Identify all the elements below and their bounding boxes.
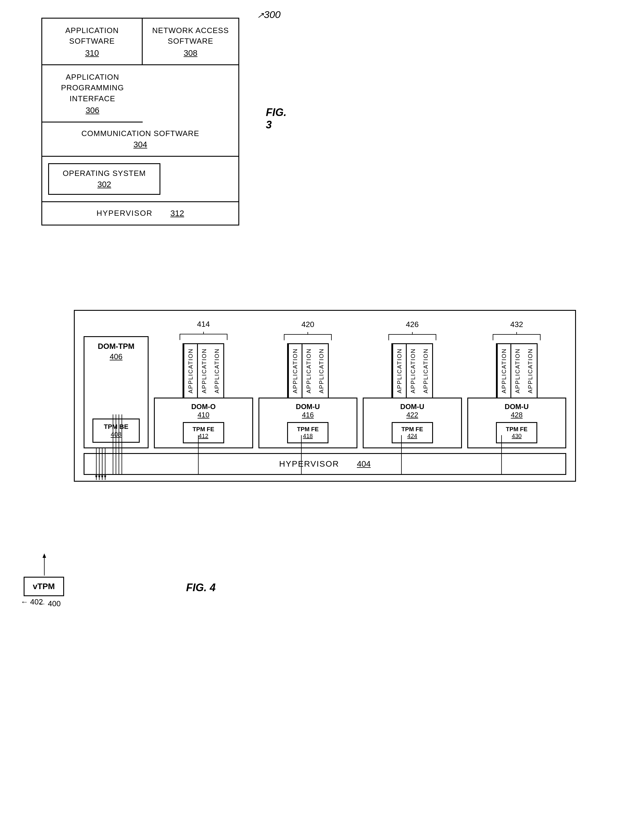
- fig4-ref-number: 400: [48, 599, 60, 608]
- vtpm-text: vTPM: [33, 582, 55, 591]
- dom-u1-tpm-fe-number: 418: [292, 433, 324, 440]
- dom-o-number: 410: [198, 411, 209, 419]
- fig4-section: DOM-TPM 406 TPM BE 408: [15, 310, 600, 482]
- tpm-be-box: TPM BE 408: [92, 418, 140, 443]
- dom-o-apps: APPLICATION APPLICATION APPLICATION: [182, 343, 224, 398]
- svg-marker-12: [95, 476, 98, 478]
- dom-u3-wrapper: 432 APPLICATION APPLICATION APPLICATION …: [467, 320, 567, 448]
- dom-o-wrapper: 414 APPLICATION APPLICATION APPLICATION: [154, 320, 253, 448]
- dom-u1-wrapper: 420 APPLICATION APPLICATION APPLICATION …: [259, 320, 358, 448]
- fig3-comm-title: COMMUNICATION SOFTWARE: [48, 129, 232, 138]
- hypervisor-label: HYPERVISOR: [279, 459, 339, 469]
- dom-u2-brace: [363, 332, 462, 342]
- fig3-label: FIG. 3: [266, 106, 286, 131]
- dom-u3-col-number: 432: [510, 320, 523, 329]
- fig3-comm-row: COMMUNICATION SOFTWARE 304: [42, 123, 238, 157]
- fig3-hypervisor-title: HYPERVISOR: [96, 208, 153, 218]
- app-box-2: APPLICATION: [197, 344, 211, 398]
- dom-o-title: DOM-O: [191, 403, 216, 411]
- dom-tpm-number: 406: [110, 352, 122, 361]
- fig4-400-ref: ← 400: [38, 599, 60, 608]
- svg-marker-29: [42, 554, 46, 558]
- dom-o-tpm-fe-box: TPM FE 412: [183, 422, 224, 443]
- dom-u1-brace: [259, 332, 358, 342]
- vtpm-arrow-up: [41, 552, 47, 577]
- dom-o-inner-box: DOM-O 410 TPM FE 412: [154, 398, 253, 448]
- svg-marker-15: [104, 476, 106, 478]
- fig3-os-box: OPERATING SYSTEM 302: [48, 163, 160, 195]
- app-box-3: APPLICATION: [211, 344, 223, 398]
- vtpm-box: vTPM: [24, 577, 64, 596]
- dom-u3-title: DOM-U: [505, 403, 529, 411]
- fig3-outer-box: APPLICATIONSOFTWARE 310 NETWORK ACCESSSO…: [41, 18, 239, 225]
- dom-u2-wrapper: 426 APPLICATION APPLICATION APPLICATION …: [363, 320, 462, 448]
- dom-u3-tpm-fe-number: 430: [501, 433, 532, 440]
- fig3-comm-number: 304: [48, 140, 232, 149]
- fig3-api-number: 306: [48, 106, 137, 115]
- tpm-be-title: TPM BE: [99, 423, 133, 430]
- dom-u3-number: 428: [511, 411, 522, 419]
- dom-u3-apps: APPLICATION APPLICATION APPLICATION: [496, 343, 537, 398]
- fig3-network-access-cell: NETWORK ACCESSSOFTWARE 308: [143, 19, 238, 64]
- dom-u2-apps: APPLICATION APPLICATION APPLICATION: [391, 343, 433, 398]
- fig4-label: FIG. 4: [186, 582, 216, 594]
- dom-u3-brace: [467, 332, 567, 342]
- fig3-hypervisor-row: HYPERVISOR 312: [42, 202, 238, 225]
- tpm-be-number: 408: [99, 430, 133, 438]
- dom-tpm-box: DOM-TPM 406 TPM BE 408: [84, 336, 149, 448]
- dom-o-tpm-fe-title: TPM FE: [188, 426, 219, 433]
- fig3-hypervisor-number: 312: [170, 208, 184, 218]
- fig3-ref-number: ↗300: [257, 9, 281, 20]
- fig3-network-title: NETWORK ACCESSSOFTWARE: [149, 25, 232, 46]
- fig3-app-software-title: APPLICATIONSOFTWARE: [48, 25, 136, 46]
- dom-u2-tpm-fe-number: 424: [397, 433, 428, 440]
- fig3-os-row: OPERATING SYSTEM 302: [42, 157, 238, 202]
- dom-u1-tpm-fe-box: TPM FE 418: [287, 422, 328, 443]
- tpm-be-arrows: [93, 447, 111, 480]
- app-box-1: APPLICATION: [184, 344, 197, 398]
- dom-u1-col-number: 420: [302, 320, 314, 329]
- hypervisor-number: 404: [357, 459, 371, 469]
- fig3-section: ↗300 APPLICATIONSOFTWARE 310 NETWORK ACC…: [41, 18, 239, 225]
- fig3-os-title: OPERATING SYSTEM: [56, 169, 152, 178]
- vtpm-section: vTPM ← 402: [24, 552, 64, 606]
- fig3-os-number: 302: [56, 180, 152, 189]
- fig3-top-row: APPLICATIONSOFTWARE 310 NETWORK ACCESSSO…: [42, 19, 238, 65]
- fig4-main-box: DOM-TPM 406 TPM BE 408: [74, 310, 576, 482]
- dom-u1-inner-box: DOM-U 416 TPM FE 418: [259, 398, 358, 448]
- fig3-api-row: APPLICATIONPROGRAMMINGINTERFACE 306: [42, 65, 143, 123]
- svg-marker-14: [101, 476, 103, 478]
- dom-o-brace: [154, 331, 253, 342]
- fig4-content-row: DOM-TPM 406 TPM BE 408: [84, 320, 566, 448]
- dom-u1-title: DOM-U: [296, 403, 320, 411]
- fig4-hypervisor-bar: HYPERVISOR 404: [84, 453, 566, 475]
- dom-u1-number: 416: [302, 411, 314, 419]
- dom-u3-tpm-fe-box: TPM FE 430: [496, 422, 537, 443]
- fig3-app-software-number: 310: [48, 48, 136, 58]
- dom-u2-number: 422: [406, 411, 418, 419]
- dom-u2-col-number: 426: [406, 320, 418, 329]
- dom-u2-title: DOM-U: [400, 403, 424, 411]
- dom-u3-inner-box: DOM-U 428 TPM FE 430: [467, 398, 567, 448]
- dom-u2-tpm-fe-box: TPM FE 424: [392, 422, 433, 443]
- dom-tpm-title: DOM-TPM: [98, 342, 134, 351]
- dom-o-tpm-fe-number: 412: [188, 433, 219, 440]
- dom-o-col-number: 414: [197, 320, 210, 329]
- fig3-app-software-cell: APPLICATIONSOFTWARE 310: [42, 19, 143, 64]
- fig3-network-number: 308: [149, 48, 232, 58]
- dom-u2-inner-box: DOM-U 422 TPM FE 424: [363, 398, 462, 448]
- svg-marker-13: [98, 476, 101, 478]
- fig3-api-title: APPLICATIONPROGRAMMINGINTERFACE: [48, 72, 137, 104]
- dom-u1-apps: APPLICATION APPLICATION APPLICATION: [287, 343, 329, 398]
